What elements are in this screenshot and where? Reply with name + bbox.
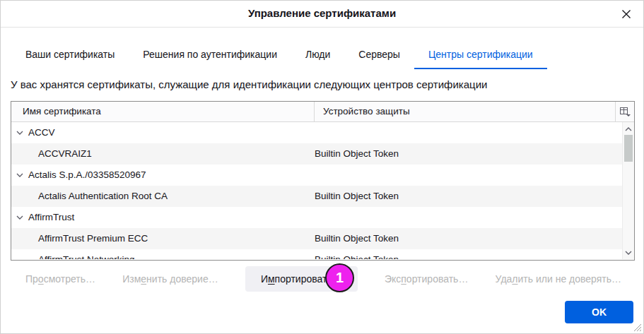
table-row[interactable]: ACCVRAIZ1 Builtin Object Token: [11, 143, 634, 165]
tab-people[interactable]: Люди: [291, 41, 344, 69]
security-device: Builtin Object Token: [315, 249, 634, 259]
security-device: [315, 207, 634, 228]
security-device: [315, 165, 634, 186]
title-bar: Управление сертификатами: [1, 1, 643, 28]
tab-servers[interactable]: Серверы: [344, 41, 414, 69]
export-button[interactable]: Экспортировать…: [385, 273, 469, 285]
table-row[interactable]: AffirmTrust Networking Builtin Object To…: [11, 249, 634, 259]
tab-your-certificates[interactable]: Ваши сертификаты: [11, 41, 129, 69]
intro-text: У вас хранятся сертификаты, служащие для…: [11, 78, 633, 90]
certificate-group-name: ACCV: [28, 122, 55, 143]
resize-grip[interactable]: [633, 323, 642, 332]
delete-or-distrust-button[interactable]: Удалить или не доверять…: [496, 273, 621, 285]
scroll-up-button[interactable]: [623, 123, 634, 135]
close-button[interactable]: [616, 4, 636, 24]
ok-button[interactable]: OK: [565, 301, 633, 323]
tab-authentication-decisions[interactable]: Решения по аутентификации: [129, 41, 291, 69]
certificate-group-name: AffirmTrust: [28, 207, 74, 228]
chevron-down-icon[interactable]: [16, 172, 23, 178]
close-icon: [621, 9, 631, 19]
dialog-title: Управление сертификатами: [1, 7, 643, 19]
certificate-name: AffirmTrust Networking: [38, 249, 135, 259]
column-header-security-device[interactable]: Устройство защиты: [315, 102, 615, 121]
scroll-down-button[interactable]: [623, 246, 634, 258]
edit-trust-button[interactable]: Изменить доверие…: [122, 273, 218, 285]
scrollbar-thumb[interactable]: [624, 135, 633, 162]
security-device: Builtin Object Token: [315, 143, 634, 165]
table-scrollbar[interactable]: [622, 122, 634, 259]
table-row[interactable]: ACCV: [11, 122, 634, 143]
table-row[interactable]: AffirmTrust: [11, 207, 634, 228]
chevron-down-icon[interactable]: [16, 130, 23, 136]
tab-authorities[interactable]: Центры сертификации: [414, 41, 547, 69]
certificate-name: AffirmTrust Premium ECC: [38, 228, 148, 249]
click-marker-badge: 1: [325, 263, 354, 292]
certificate-name: ACCVRAIZ1: [38, 143, 92, 165]
security-device: Builtin Object Token: [315, 186, 634, 207]
chevron-down-icon[interactable]: [16, 215, 23, 220]
certificate-manager-dialog: Управление сертификатами Ваши сертификат…: [0, 0, 644, 334]
certificate-name: Actalis Authentication Root CA: [38, 186, 168, 207]
table-header: Имя сертификата Устройство защиты: [11, 102, 634, 122]
security-device: [315, 122, 634, 143]
column-picker-button[interactable]: [615, 102, 634, 121]
certificate-group-name: Actalis S.p.A./03358520967: [28, 165, 146, 186]
table-body: ACCV ACCVRAIZ1 Builtin Object Token Acta…: [11, 122, 634, 259]
view-button[interactable]: Просмотреть…: [25, 273, 95, 285]
chevron-up-icon: [625, 127, 632, 131]
column-header-certificate-name[interactable]: Имя сертификата: [11, 102, 315, 121]
certificate-table: Имя сертификата Устройство защиты ACCV: [11, 101, 635, 261]
action-buttons-row: Просмотреть… Изменить доверие… Импортиро…: [25, 266, 621, 292]
table-row[interactable]: AffirmTrust Premium ECC Builtin Object T…: [11, 228, 634, 249]
table-row[interactable]: Actalis S.p.A./03358520967: [11, 165, 634, 186]
table-row[interactable]: Actalis Authentication Root CA Builtin O…: [11, 186, 634, 207]
security-device: Builtin Object Token: [315, 228, 634, 249]
chevron-down-icon: [625, 251, 632, 255]
tab-bar: Ваши сертификаты Решения по аутентификац…: [11, 41, 547, 69]
column-picker-icon: [620, 107, 631, 117]
